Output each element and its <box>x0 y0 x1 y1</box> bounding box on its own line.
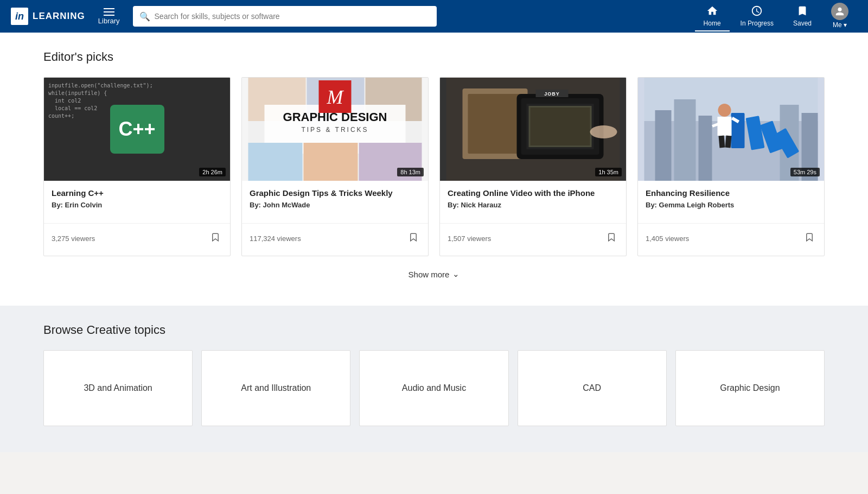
svg-rect-38 <box>719 136 725 148</box>
card-title-resilience: Enhancing Resilience <box>646 187 816 199</box>
browse-card-graphic-design[interactable]: Graphic Design <box>675 350 825 426</box>
chevron-down-icon: ⌄ <box>452 269 459 279</box>
saved-icon <box>796 5 808 18</box>
svg-text:M: M <box>327 86 344 108</box>
card-body-video: Creating Online Video with the iPhone By… <box>440 181 626 221</box>
cards-grid: inputfile.open("challenge.txt"); while(i… <box>43 77 825 256</box>
svg-rect-26 <box>674 99 696 181</box>
card-viewers-cpp: 3,275 viewers <box>52 235 95 243</box>
browse-card-art-illustration[interactable]: Art and Illustration <box>201 350 350 426</box>
library-label: Library <box>98 17 120 25</box>
logo-text: LEARNING <box>33 11 85 22</box>
card-footer-gd: 117,324 viewers <box>242 223 428 256</box>
browse-card-3d-animation[interactable]: 3D and Animation <box>43 350 193 426</box>
card-resilience[interactable]: 53m 29s Enhancing Resilience By: Gemma L… <box>637 77 825 256</box>
hamburger-icon <box>104 8 114 16</box>
svg-rect-8 <box>304 143 358 181</box>
card-author-cpp: By: Erin Colvin <box>52 201 222 209</box>
card-author-resilience: By: Gemma Leigh Roberts <box>646 201 816 209</box>
card-body-gd: Graphic Design Tips & Tricks Weekly By: … <box>242 181 428 221</box>
library-button[interactable]: Library <box>94 6 124 27</box>
logo-box: in <box>11 8 28 25</box>
browse-label-art-illustration: Art and Illustration <box>241 383 311 393</box>
cpp-icon: C++ <box>110 105 164 154</box>
main-header: in LEARNING Library 🔍 Home In Progress <box>0 0 868 33</box>
main-content: Editor's picks inputfile.open("challenge… <box>0 33 868 306</box>
card-footer-resilience: 1,405 viewers <box>638 223 824 256</box>
card-title-gd: Graphic Design Tips & Tricks Weekly <box>250 187 420 199</box>
card-viewers-gd: 117,324 viewers <box>250 235 301 243</box>
card-duration-resilience: 53m 29s <box>790 168 820 176</box>
nav-saved[interactable]: Saved <box>784 2 820 31</box>
card-online-video[interactable]: JOBY 1h 35m Creating Online Video with t… <box>439 77 627 256</box>
card-title-video: Creating Online Video with the iPhone <box>448 187 618 199</box>
svg-point-34 <box>718 104 731 117</box>
svg-rect-19 <box>531 107 590 145</box>
show-more-button[interactable]: Show more ⌄ <box>409 269 460 279</box>
home-label: Home <box>704 20 721 27</box>
card-learning-cpp[interactable]: inputfile.open("challenge.txt"); while(i… <box>43 77 231 256</box>
nav-in-progress[interactable]: In Progress <box>732 2 782 31</box>
card-body-resilience: Enhancing Resilience By: Gemma Leigh Rob… <box>638 181 824 221</box>
svg-rect-25 <box>655 110 672 181</box>
logo-in-text: in <box>15 11 24 22</box>
card-author-video: By: Nick Harauz <box>448 201 618 209</box>
card-title-cpp: Learning C++ <box>52 187 222 199</box>
card-viewers-video: 1,507 viewers <box>448 235 491 243</box>
logo[interactable]: in LEARNING <box>11 8 85 25</box>
in-progress-icon <box>751 5 763 18</box>
me-avatar <box>831 3 848 20</box>
card-graphic-design[interactable]: GRAPHIC DESIGN TIPS & TRICKS M 8h 13m Gr… <box>241 77 429 256</box>
browse-title: Browse Creative topics <box>43 323 825 337</box>
svg-rect-14 <box>468 94 522 154</box>
svg-rect-7 <box>248 143 303 181</box>
svg-rect-39 <box>725 136 732 148</box>
browse-card-cad[interactable]: CAD <box>518 350 667 426</box>
browse-section: Browse Creative topics 3D and Animation … <box>0 306 868 452</box>
card-thumbnail-resilience: 53m 29s <box>638 78 824 181</box>
home-icon <box>706 5 718 18</box>
card-viewers-resilience: 1,405 viewers <box>646 235 689 243</box>
card-footer-video: 1,507 viewers <box>440 223 626 256</box>
card-thumbnail-video: JOBY 1h 35m <box>440 78 626 181</box>
card-thumbnail-cpp: inputfile.open("challenge.txt"); while(i… <box>44 78 230 181</box>
card-thumbnail-gd: GRAPHIC DESIGN TIPS & TRICKS M 8h 13m <box>242 78 428 181</box>
card-duration-video: 1h 35m <box>595 168 622 176</box>
browse-label-graphic-design: Graphic Design <box>720 383 780 393</box>
saved-label: Saved <box>793 20 812 27</box>
bookmark-button-gd[interactable] <box>406 229 420 248</box>
browse-card-audio-music[interactable]: Audio and Music <box>359 350 508 426</box>
browse-label-cad: CAD <box>583 383 601 393</box>
nav-home[interactable]: Home <box>695 2 730 31</box>
browse-grid: 3D and Animation Art and Illustration Au… <box>43 350 825 426</box>
header-nav: Home In Progress Saved Me ▾ <box>695 0 857 33</box>
show-more-area: Show more ⌄ <box>43 256 825 284</box>
bookmark-button-video[interactable] <box>604 229 618 248</box>
svg-text:JOBY: JOBY <box>544 91 560 97</box>
svg-text:TIPS & TRICKS: TIPS & TRICKS <box>301 126 368 134</box>
card-author-gd: By: John McWade <box>250 201 420 209</box>
card-footer-cpp: 3,275 viewers <box>44 223 230 256</box>
card-body-cpp: Learning C++ By: Erin Colvin <box>44 181 230 221</box>
card-duration-gd: 8h 13m <box>397 168 424 176</box>
card-duration-cpp: 2h 26m <box>199 168 226 176</box>
editors-picks-title: Editor's picks <box>43 50 825 64</box>
nav-me[interactable]: Me ▾ <box>822 0 857 33</box>
svg-rect-35 <box>718 117 732 136</box>
search-input[interactable] <box>155 12 430 21</box>
bookmark-button-resilience[interactable] <box>802 229 816 248</box>
search-icon: 🔍 <box>139 11 150 22</box>
in-progress-label: In Progress <box>741 20 774 27</box>
show-more-label: Show more <box>409 270 450 279</box>
browse-label-3d-animation: 3D and Animation <box>84 383 152 393</box>
me-label: Me ▾ <box>833 21 847 29</box>
svg-point-22 <box>590 125 617 138</box>
bookmark-button-cpp[interactable] <box>208 229 222 248</box>
svg-rect-27 <box>699 116 712 181</box>
search-bar: 🔍 <box>133 6 437 27</box>
browse-label-audio-music: Audio and Music <box>402 383 466 393</box>
